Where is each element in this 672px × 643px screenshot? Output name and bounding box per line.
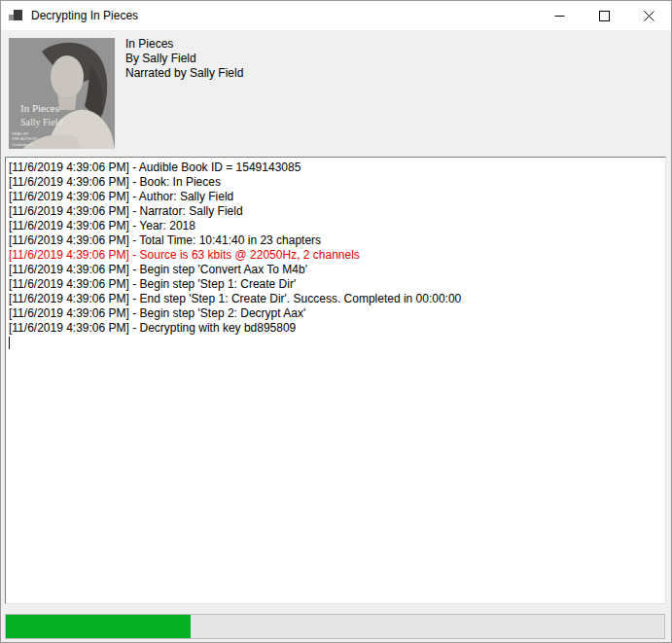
progress-fill: [6, 615, 191, 638]
caption-buttons: [537, 1, 671, 30]
log-line: [11/6/2019 4:39:06 PM] - Year: 2018: [9, 219, 661, 233]
maximize-icon: [599, 11, 610, 21]
log-line: [11/6/2019 4:39:06 PM] - Book: In Pieces: [9, 175, 661, 190]
app-icon: [9, 9, 24, 22]
book-narrator: Narrated by Sally Field: [125, 66, 243, 81]
progress-bar: [5, 614, 665, 639]
log-line: [11/6/2019 4:39:06 PM] - Total Time: 10:…: [9, 233, 661, 248]
app-window: Decrypting In Pieces: [0, 0, 672, 643]
title-bar: Decrypting In Pieces: [1, 1, 671, 30]
log-line: [11/6/2019 4:39:06 PM] - Decrypting with…: [9, 321, 661, 336]
log-line: [11/6/2019 4:39:06 PM] - Begin step 'Ste…: [9, 306, 661, 321]
book-author: By Sally Field: [125, 52, 243, 66]
minimize-button[interactable]: [537, 1, 582, 30]
close-button[interactable]: [626, 1, 671, 30]
log-line: [11/6/2019 4:39:06 PM] - Author: Sally F…: [9, 190, 661, 204]
cover-title-text: In Pieces: [20, 102, 59, 114]
window-title: Decrypting In Pieces: [31, 1, 138, 30]
book-info: In Pieces By Sally Field Narrated by Sal…: [125, 37, 243, 81]
book-cover-art: In Pieces Sally Field READ BY THE AUTHOR…: [9, 38, 115, 149]
cover-author-text: Sally Field: [20, 117, 63, 127]
log-line: [11/6/2019 4:39:06 PM] - Source is 63 kb…: [9, 248, 661, 263]
text-caret: [9, 337, 10, 349]
log-line: [11/6/2019 4:39:06 PM] - End step 'Step …: [9, 292, 661, 306]
log-area[interactable]: [11/6/2019 4:39:06 PM] - Audible Book ID…: [5, 157, 666, 604]
log-line: [11/6/2019 4:39:06 PM] - Narrator: Sally…: [9, 204, 661, 219]
minimize-icon: [554, 11, 565, 21]
log-line: [11/6/2019 4:39:06 PM] - Begin step 'Ste…: [9, 277, 661, 292]
book-title: In Pieces: [125, 37, 243, 52]
close-icon: [644, 11, 654, 21]
cover-credit-line3: Unabridged: [12, 142, 32, 147]
log-line: [11/6/2019 4:39:06 PM] - Audible Book ID…: [9, 161, 661, 175]
cover-credit-line2: THE AUTHOR: [12, 136, 37, 141]
maximize-button[interactable]: [582, 1, 626, 30]
log-line: [11/6/2019 4:39:06 PM] - Begin step 'Con…: [9, 263, 661, 277]
